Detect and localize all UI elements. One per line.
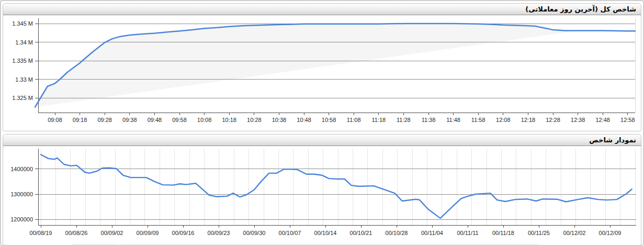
axis-tick-label: 00/11/25 xyxy=(528,230,550,236)
history-index-chart-canvas: 14000001300000120000000/08/1900/08/2600/… xyxy=(3,146,641,245)
axis-tick-label: 12:08 xyxy=(496,117,511,123)
intraday-index-chart-canvas: 1.345 M1.34 M1.335 M1.33 M1.325 M09:0809… xyxy=(3,15,641,131)
axis-tick-label: 00/11/18 xyxy=(492,230,514,236)
axis-tick-label: 00/10/21 xyxy=(350,230,372,236)
axis-tick-label: 11:18 xyxy=(371,117,386,123)
axis-tick-label: 00/09/23 xyxy=(208,230,230,236)
axis-tick-label: 1.34 M xyxy=(15,39,33,46)
axis-tick-label: 00/08/19 xyxy=(30,230,52,236)
axis-tick-label: 11:38 xyxy=(422,117,436,123)
axis-tick-label: 12:18 xyxy=(521,117,536,123)
axis-tick-label: 11:58 xyxy=(471,117,485,123)
intraday-index-panel-header: شاخص کل (آخرین روز معاملاتی) xyxy=(3,4,641,15)
axis-tick-label: 11:48 xyxy=(446,117,460,123)
axis-tick-label: 10:28 xyxy=(247,117,262,123)
axis-tick-label: 10:58 xyxy=(322,117,336,123)
axis-tick-label: 00/10/14 xyxy=(314,230,337,236)
axis-tick-label: 1300000 xyxy=(10,191,33,197)
axis-tick-label: 00/09/16 xyxy=(172,230,195,236)
axis-tick-label: 10:48 xyxy=(297,117,311,123)
axis-tick-label: 00/09/09 xyxy=(137,230,159,236)
axis-tick-label: 1.345 M xyxy=(12,20,33,27)
axis-tick-label: 00/12/02 xyxy=(563,230,586,236)
app-window: شاخص کل (آخرین روز معاملاتی) 1.345 M1.34… xyxy=(0,0,644,246)
axis-tick-label: 11:28 xyxy=(397,117,411,123)
axis-tick-label: 12:58 xyxy=(620,117,635,123)
axis-tick-label: 11:08 xyxy=(347,117,361,123)
axis-tick-label: 00/09/02 xyxy=(101,230,123,236)
axis-tick-label: 1.33 M xyxy=(15,76,33,83)
history-index-series-line xyxy=(41,154,632,218)
axis-tick-label: 12:48 xyxy=(595,117,610,123)
axis-tick-label: 09:28 xyxy=(97,117,112,123)
intraday-area-fill xyxy=(35,24,578,107)
history-index-chart: 14000001300000120000000/08/1900/08/2600/… xyxy=(3,146,641,245)
axis-tick-label: 00/09/30 xyxy=(243,230,266,236)
intraday-index-chart: 1.345 M1.34 M1.335 M1.33 M1.325 M09:0809… xyxy=(3,15,641,131)
history-index-panel: نمودار شاخص 14000001300000120000000/08/1… xyxy=(3,134,641,245)
axis-tick-label: 00/10/28 xyxy=(386,230,408,236)
axis-tick-label: 1.335 M xyxy=(12,58,33,64)
history-index-panel-header: نمودار شاخص xyxy=(3,135,641,146)
axis-tick-label: 10:38 xyxy=(272,117,287,123)
axis-tick-label: 09:48 xyxy=(148,117,162,123)
axis-tick-label: 12:38 xyxy=(571,117,585,123)
axis-tick-label: 10:18 xyxy=(222,117,236,123)
axis-tick-label: 00/12/09 xyxy=(599,230,622,236)
axis-tick-label: 00/08/26 xyxy=(65,230,88,236)
axis-tick-label: 12:28 xyxy=(546,117,560,123)
axis-tick-label: 1400000 xyxy=(10,166,33,172)
axis-tick-label: 00/10/07 xyxy=(279,230,301,236)
axis-tick-label: 09:58 xyxy=(172,117,187,123)
axis-tick-label: 09:18 xyxy=(73,117,87,123)
axis-tick-label: 1.325 M xyxy=(12,95,33,101)
axis-tick-label: 10:08 xyxy=(197,117,212,123)
axis-tick-label: 00/11/11 xyxy=(457,230,478,236)
axis-tick-label: 09:08 xyxy=(48,117,62,123)
history-index-panel-title: نمودار شاخص xyxy=(589,136,636,144)
axis-tick-label: 09:38 xyxy=(122,117,137,123)
intraday-index-panel-title: شاخص کل (آخرین روز معاملاتی) xyxy=(525,5,636,13)
axis-tick-label: 1200000 xyxy=(10,216,33,222)
intraday-index-panel: شاخص کل (آخرین روز معاملاتی) 1.345 M1.34… xyxy=(3,3,641,131)
axis-tick-label: 00/11/04 xyxy=(421,230,443,236)
